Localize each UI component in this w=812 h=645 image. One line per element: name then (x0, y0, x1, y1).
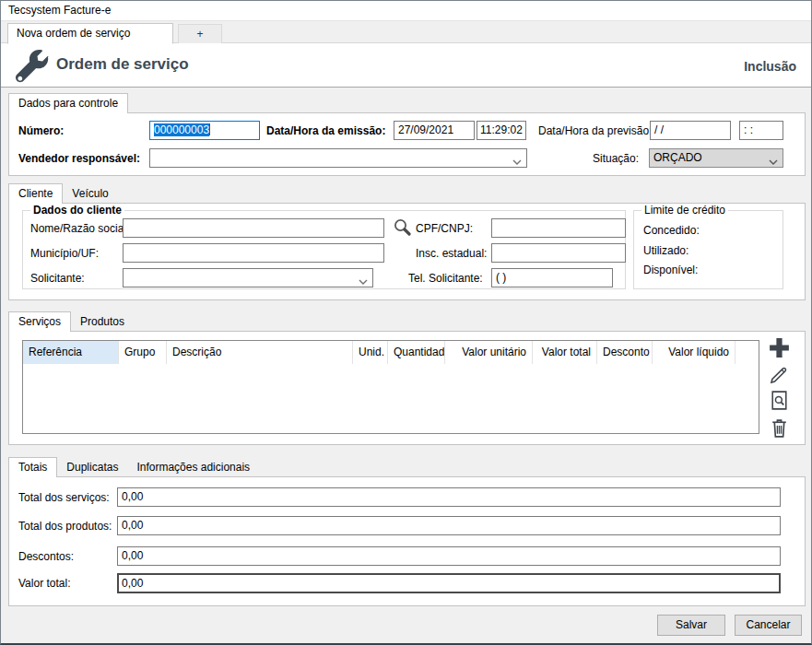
panel-cliente: Dados do cliente Nome/Razão social: CPF/… (8, 203, 806, 300)
section-dados-controle: Dados para controle Número: 000000003 Da… (8, 93, 806, 176)
nome-label: Nome/Razão social: (30, 222, 129, 236)
section-cliente: Cliente Veículo Dados do cliente Nome/Ra… (8, 183, 806, 300)
vendedor-select[interactable] (149, 148, 527, 168)
search-client-icon[interactable] (392, 217, 414, 239)
total-produtos-input[interactable]: 0,00 (117, 516, 781, 535)
panel-itens: Referência Grupo Descrição Unid. Quantid… (8, 331, 806, 445)
valor-total-label: Valor total: (18, 577, 70, 591)
dados-cliente-groupbox: Dados do cliente Nome/Razão social: CPF/… (22, 210, 626, 289)
valor-total-input[interactable]: 0,00 (117, 573, 781, 593)
col-filler (736, 341, 759, 364)
add-item-icon[interactable] (767, 335, 793, 359)
total-produtos-label: Total dos produtos: (18, 520, 112, 534)
total-servicos-input[interactable]: 0,00 (117, 487, 781, 507)
preview-item-icon[interactable] (768, 389, 794, 413)
window-title: Tecsystem Facture-e (1, 1, 811, 21)
dados-cliente-title: Dados do cliente (30, 204, 124, 217)
limite-credito-groupbox: Limite de crédito Concedido: Utilizado: … (633, 210, 783, 289)
document-tabstrip: Nova ordem de serviço + (1, 21, 811, 43)
panel-dados-controle: Número: 000000003 Data/Hora da emissão: … (8, 112, 806, 176)
disponivel-label: Disponível: (643, 264, 698, 277)
tab-veiculo[interactable]: Veículo (63, 183, 117, 204)
tab-dados-para-controle[interactable]: Dados para controle (8, 93, 128, 113)
chevron-down-icon (769, 156, 778, 168)
solicitante-label: Solicitante: (30, 272, 85, 286)
solicitante-select[interactable] (123, 268, 373, 287)
emissao-label: Data/Hora da emissão: (266, 124, 385, 138)
emissao-date-input[interactable]: 27/09/2021 (394, 121, 475, 140)
add-tab-button[interactable]: + (178, 24, 222, 43)
col-unid[interactable]: Unid. (353, 341, 388, 364)
itens-grid: Referência Grupo Descrição Unid. Quantid… (22, 340, 759, 434)
cpf-input[interactable] (491, 218, 626, 238)
col-referencia[interactable]: Referência (23, 341, 119, 364)
tab-cliente[interactable]: Cliente (8, 183, 63, 204)
page-title: Ordem de serviço (56, 55, 189, 74)
delete-item-icon[interactable] (768, 416, 794, 440)
mode-badge: Inclusão (744, 59, 796, 74)
situacao-label: Situação: (593, 152, 639, 166)
col-valor-unitario[interactable]: Valor unitário (445, 341, 533, 364)
section-totais: Totais Duplicatas Informações adicionais… (8, 457, 806, 606)
concedido-label: Concedido: (643, 224, 700, 238)
tab-totais[interactable]: Totais (8, 457, 57, 477)
insc-input[interactable] (491, 243, 626, 263)
descontos-input[interactable]: 0,00 (117, 546, 781, 566)
grid-header: Referência Grupo Descrição Unid. Quantid… (23, 341, 759, 364)
tab-produtos[interactable]: Produtos (71, 311, 134, 332)
cancel-button[interactable]: Cancelar (735, 615, 802, 636)
col-valor-total[interactable]: Valor total (533, 341, 597, 364)
tab-duplicatas[interactable]: Duplicatas (57, 457, 127, 477)
page-header: Ordem de serviço Inclusão (1, 43, 811, 88)
tab-servicos[interactable]: Serviços (8, 311, 71, 332)
emissao-time-input[interactable]: 11:29:02 (477, 121, 526, 140)
previsao-label: Data/Hora da previsão: (538, 124, 652, 138)
situacao-select[interactable]: ORÇADO (649, 148, 783, 168)
col-grupo[interactable]: Grupo (119, 341, 167, 364)
app-window: Tecsystem Facture-e Nova ordem de serviç… (0, 0, 812, 645)
tab-informacoes-adicionais[interactable]: Informações adicionais (127, 457, 259, 477)
tel-input[interactable]: ( ) (491, 268, 613, 287)
descontos-label: Descontos: (18, 550, 74, 564)
cpf-label: CPF/CNPJ: (416, 222, 473, 236)
col-quantidade[interactable]: Quantidade (388, 341, 445, 364)
grid-body-empty[interactable] (23, 364, 759, 433)
wrench-icon (16, 50, 49, 83)
section-itens: Serviços Produtos Referência Grupo Descr… (8, 311, 806, 445)
col-desconto[interactable]: Desconto (597, 341, 653, 364)
tel-label: Tel. Solicitante: (408, 272, 483, 286)
col-valor-liquido[interactable]: Valor líquido (653, 341, 736, 364)
insc-label: Insc. estadual: (416, 247, 487, 261)
numero-label: Número: (18, 124, 64, 138)
edit-item-icon[interactable] (768, 363, 794, 387)
col-descricao[interactable]: Descrição (167, 341, 353, 364)
previsao-time-input[interactable]: : : (739, 121, 783, 140)
numero-input[interactable]: 000000003 (149, 121, 260, 140)
municipio-input[interactable] (123, 243, 384, 263)
chevron-down-icon (359, 276, 368, 287)
previsao-date-input[interactable]: / / (650, 121, 731, 140)
tab-nova-ordem[interactable]: Nova ordem de serviço (7, 23, 173, 44)
limite-title: Limite de crédito (641, 204, 728, 217)
municipio-label: Município/UF: (30, 247, 99, 261)
chevron-down-icon (512, 156, 522, 168)
total-servicos-label: Total dos serviços: (18, 491, 110, 505)
nome-input[interactable] (123, 218, 384, 238)
save-button[interactable]: Salvar (657, 615, 725, 636)
utilizado-label: Utilizado: (643, 244, 688, 258)
panel-totais: Total dos serviços: 0,00 Total dos produ… (8, 476, 806, 606)
vendedor-label: Vendedor responsável: (18, 152, 140, 166)
